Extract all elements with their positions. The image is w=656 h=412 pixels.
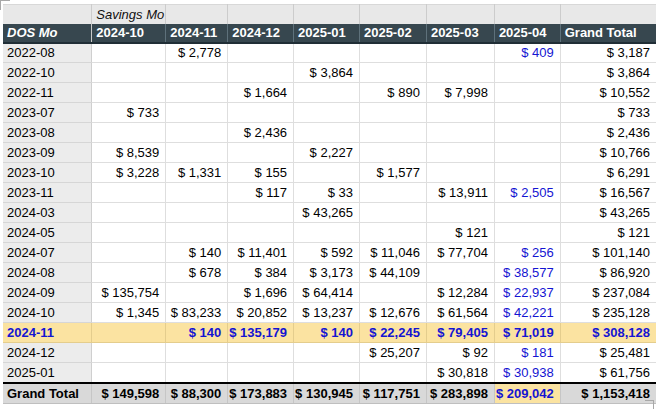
cell-2024-05-2025-02[interactable] (359, 223, 426, 243)
cell-2023-07-grand-total[interactable]: $ 733 (560, 103, 656, 123)
cell-2025-01-2025-04[interactable]: $ 30,938 (494, 363, 560, 383)
row-label[interactable]: 2023-10 (3, 163, 92, 183)
cell-2024-12-2025-03[interactable]: $ 92 (426, 343, 494, 363)
cell-2024-05-2025-03[interactable]: $ 121 (426, 223, 494, 243)
cell-2022-08-2025-03[interactable] (426, 43, 494, 63)
cell-2024-09-2024-11[interactable] (166, 283, 228, 303)
cell-2025-01-2024-12[interactable] (228, 363, 294, 383)
cell-2022-10-grand-total[interactable]: $ 3,864 (560, 63, 656, 83)
cell-grand-total-2024-10[interactable]: $ 149,598 (92, 383, 166, 404)
cell-grand-total-2025-01[interactable]: $ 130,945 (294, 383, 360, 404)
row-label[interactable]: 2024-07 (3, 243, 92, 263)
cell-2023-08-2024-10[interactable] (92, 123, 166, 143)
cell-2023-08-2025-03[interactable] (426, 123, 494, 143)
cell-2022-11-2024-11[interactable] (166, 83, 228, 103)
cell-2023-10-2025-04[interactable] (494, 163, 560, 183)
cell-2023-11-2024-11[interactable] (166, 183, 228, 203)
cell-2023-10-2024-10[interactable]: $ 3,228 (92, 163, 166, 183)
cell-2024-08-2024-10[interactable] (92, 263, 166, 283)
cell-2022-10-2025-01[interactable]: $ 3,864 (294, 63, 360, 83)
cell-2024-11-2025-01[interactable]: $ 140 (294, 323, 360, 343)
cell-2024-08-2025-04[interactable]: $ 38,577 (494, 263, 560, 283)
row-label[interactable]: 2023-08 (3, 123, 92, 143)
cell-2023-08-2024-12[interactable]: $ 2,436 (228, 123, 294, 143)
cell-grand-total-2025-04[interactable]: $ 209,042 (494, 383, 560, 404)
row-label[interactable]: 2022-11 (3, 83, 92, 103)
cell-2025-01-2024-11[interactable] (166, 363, 228, 383)
cell-2022-08-2024-10[interactable] (92, 43, 166, 63)
cell-2023-09-2025-03[interactable] (426, 143, 494, 163)
cell-2023-08-2024-11[interactable] (166, 123, 228, 143)
cell-2025-01-grand-total[interactable]: $ 61,756 (560, 363, 656, 383)
cell-2024-10-2025-01[interactable]: $ 13,237 (294, 303, 360, 323)
cell-2024-12-2024-12[interactable] (228, 343, 294, 363)
cell-2023-09-2025-01[interactable]: $ 2,227 (294, 143, 360, 163)
row-label[interactable]: 2023-11 (3, 183, 92, 203)
cell-2023-10-2024-12[interactable]: $ 155 (228, 163, 294, 183)
cell-2022-11-2024-10[interactable] (92, 83, 166, 103)
cell-2022-08-2025-02[interactable] (359, 43, 426, 63)
cell-2023-07-2024-11[interactable] (166, 103, 228, 123)
row-label[interactable]: 2024-08 (3, 263, 92, 283)
cell-2023-07-2025-01[interactable] (294, 103, 360, 123)
cell-2024-11-grand-total[interactable]: $ 308,128 (560, 323, 656, 343)
cell-2023-10-grand-total[interactable]: $ 6,291 (560, 163, 656, 183)
row-label[interactable]: 2024-03 (3, 203, 92, 223)
cell-2023-07-2025-04[interactable] (494, 103, 560, 123)
cell-2025-01-2025-02[interactable] (359, 363, 426, 383)
cell-2023-09-2024-12[interactable] (228, 143, 294, 163)
column-header-2025-04[interactable]: 2025-04 (494, 24, 560, 43)
cell-2024-07-2025-03[interactable]: $ 77,704 (426, 243, 494, 263)
cell-2022-08-2024-11[interactable]: $ 2,778 (166, 43, 228, 63)
cell-2024-12-grand-total[interactable]: $ 25,481 (560, 343, 656, 363)
cell-2025-01-2025-01[interactable] (294, 363, 360, 383)
cell-2022-08-grand-total[interactable]: $ 3,187 (560, 43, 656, 63)
cell-2024-10-2025-02[interactable]: $ 12,676 (359, 303, 426, 323)
column-header-2024-10[interactable]: 2024-10 (92, 24, 166, 43)
cell-2024-08-grand-total[interactable]: $ 86,920 (560, 263, 656, 283)
cell-2024-12-2025-01[interactable] (294, 343, 360, 363)
row-label[interactable]: 2023-09 (3, 143, 92, 163)
cell-2024-07-2024-10[interactable] (92, 243, 166, 263)
cell-2023-08-2025-04[interactable] (494, 123, 560, 143)
cell-2023-11-grand-total[interactable]: $ 16,567 (560, 183, 656, 203)
column-header-2025-03[interactable]: 2025-03 (426, 24, 494, 43)
cell-2023-11-2024-10[interactable] (92, 183, 166, 203)
cell-2024-12-2024-11[interactable] (166, 343, 228, 363)
grand-total-row-label[interactable]: Grand Total (3, 383, 92, 404)
group-row-filler-cell[interactable] (294, 5, 360, 24)
cell-2023-07-2025-03[interactable] (426, 103, 494, 123)
cell-2024-11-2025-02[interactable]: $ 22,245 (359, 323, 426, 343)
cell-2022-11-grand-total[interactable]: $ 10,552 (560, 83, 656, 103)
group-row-filler-cell[interactable] (166, 5, 228, 24)
cell-2024-09-2024-12[interactable]: $ 1,696 (228, 283, 294, 303)
group-row-filler-cell[interactable] (228, 5, 294, 24)
cell-2022-10-2025-04[interactable] (494, 63, 560, 83)
cell-2025-01-2024-10[interactable] (92, 363, 166, 383)
cell-grand-total-2024-12[interactable]: $ 173,883 (228, 383, 294, 404)
cell-2024-10-2025-04[interactable]: $ 42,221 (494, 303, 560, 323)
cell-2024-05-2024-12[interactable] (228, 223, 294, 243)
cell-2024-03-2024-10[interactable] (92, 203, 166, 223)
cell-grand-total-grand-total[interactable]: $ 1,153,418 (560, 383, 656, 404)
cell-2024-07-2025-02[interactable]: $ 11,046 (359, 243, 426, 263)
row-label[interactable]: 2022-10 (3, 63, 92, 83)
row-label[interactable]: 2024-09 (3, 283, 92, 303)
row-label[interactable]: 2024-12 (3, 343, 92, 363)
corner-cell[interactable] (3, 5, 92, 24)
cell-2024-03-2025-03[interactable] (426, 203, 494, 223)
cell-2024-12-2025-04[interactable]: $ 181 (494, 343, 560, 363)
cell-2024-05-2025-04[interactable] (494, 223, 560, 243)
column-header-2025-02[interactable]: 2025-02 (359, 24, 426, 43)
row-group-label[interactable]: DOS Mo (3, 24, 92, 43)
cell-2023-11-2025-03[interactable]: $ 13,911 (426, 183, 494, 203)
cell-2024-03-2025-01[interactable]: $ 43,265 (294, 203, 360, 223)
cell-2023-09-grand-total[interactable]: $ 10,766 (560, 143, 656, 163)
cell-2024-09-2025-04[interactable]: $ 22,937 (494, 283, 560, 303)
cell-2022-08-2024-12[interactable] (228, 43, 294, 63)
column-header-2024-11[interactable]: 2024-11 (166, 24, 228, 43)
group-row-filler-cell[interactable] (560, 5, 656, 24)
cell-2022-11-2025-04[interactable] (494, 83, 560, 103)
cell-2024-11-2025-04[interactable]: $ 71,019 (494, 323, 560, 343)
cell-2023-09-2024-11[interactable] (166, 143, 228, 163)
